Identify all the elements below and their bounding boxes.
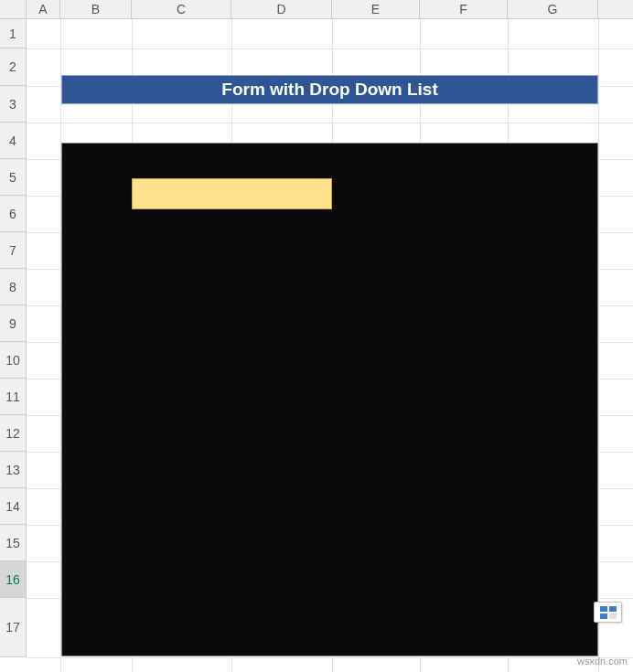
- quick-analysis-icon: [600, 606, 617, 619]
- gridline-v: [598, 19, 599, 672]
- page-title: Form with Drop Down List: [61, 75, 598, 104]
- row-header-4[interactable]: 4: [0, 123, 27, 159]
- row-header-7[interactable]: 7: [0, 232, 27, 269]
- row-header-9[interactable]: 9: [0, 305, 27, 342]
- svg-rect-2: [600, 613, 607, 619]
- watermark-text: wsxdn.com: [577, 656, 628, 667]
- form-dropdown-placeholder[interactable]: [132, 178, 332, 209]
- gridline-h: [27, 48, 633, 49]
- row-header-13[interactable]: 13: [0, 452, 27, 488]
- col-header-E[interactable]: E: [332, 0, 420, 19]
- svg-rect-3: [609, 613, 617, 619]
- row-header-17[interactable]: 17: [0, 598, 27, 657]
- svg-rect-0: [600, 606, 607, 612]
- svg-rect-1: [609, 606, 617, 612]
- col-header-F[interactable]: F: [420, 0, 508, 19]
- row-header-14[interactable]: 14: [0, 488, 27, 525]
- col-header-D[interactable]: D: [231, 0, 332, 19]
- row-header-6[interactable]: 6: [0, 196, 27, 232]
- row-header-8[interactable]: 8: [0, 269, 27, 305]
- gridline-h: [27, 123, 633, 123]
- row-header-10[interactable]: 10: [0, 342, 27, 379]
- row-header-11[interactable]: 11: [0, 379, 27, 415]
- select-all-corner[interactable]: [0, 0, 27, 19]
- row-header-16[interactable]: 16: [0, 561, 27, 598]
- row-header-15[interactable]: 15: [0, 525, 27, 561]
- col-header-C[interactable]: C: [132, 0, 231, 19]
- row-header-2[interactable]: 2: [0, 48, 27, 86]
- gridline-h: [27, 657, 633, 658]
- col-header-A[interactable]: A: [27, 0, 60, 19]
- row-header-5[interactable]: 5: [0, 159, 27, 196]
- row-header-12[interactable]: 12: [0, 415, 27, 452]
- userform-dark-panel[interactable]: [61, 143, 598, 656]
- col-header-G[interactable]: G: [508, 0, 598, 19]
- quick-analysis-button[interactable]: [594, 602, 622, 623]
- row-header-3[interactable]: 3: [0, 86, 27, 123]
- spreadsheet-grid[interactable]: A B C D E F G 1 2 3 4 5 6 7 8 9 10 11 12…: [0, 0, 633, 672]
- row-header-1[interactable]: 1: [0, 19, 27, 48]
- col-header-B[interactable]: B: [60, 0, 132, 19]
